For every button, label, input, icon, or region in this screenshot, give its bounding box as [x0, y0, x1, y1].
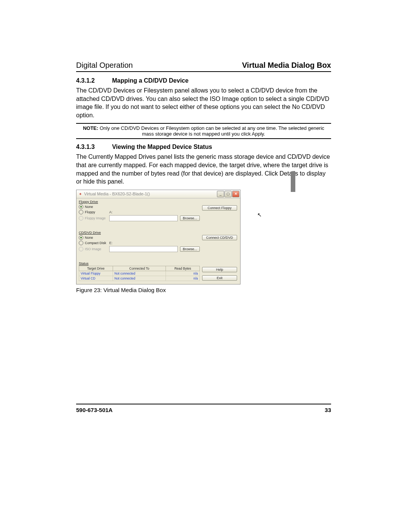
- table-row: Virtual Floppy Not connected n/a: [79, 271, 200, 276]
- floppy-drive-letter: A:: [109, 210, 113, 214]
- status-header-connected: Connected To: [113, 266, 166, 271]
- radio-floppy-image-label: Floppy Image: [85, 216, 108, 220]
- section-number-2: 4.3.1.3: [76, 144, 110, 150]
- iso-image-path-input[interactable]: [109, 246, 178, 252]
- radio-compact-disk[interactable]: [79, 241, 83, 245]
- status-table: Target Drive Connected To Read Bytes Vir…: [79, 266, 200, 281]
- status-header-target: Target Drive: [79, 266, 113, 271]
- section-body-1: The CD/DVD Devices or Filesystem panel a…: [76, 86, 331, 119]
- status-connected-0: Not connected: [113, 271, 166, 276]
- iso-browse-button[interactable]: Browse...: [180, 246, 200, 252]
- note-prefix: NOTE:: [83, 125, 98, 131]
- floppy-image-path-input[interactable]: [109, 215, 178, 221]
- radio-floppy-image[interactable]: [79, 216, 83, 220]
- radio-compact-disk-label: Compact Disk: [85, 241, 108, 245]
- figure-caption: Figure 23: Virtual Media Dialog Box: [76, 287, 331, 293]
- close-button[interactable]: ✕: [232, 191, 239, 197]
- table-row: Virtual CD Not connected n/a: [79, 276, 200, 281]
- page-header: Digital Operation Virtual Media Dialog B…: [76, 61, 331, 72]
- cursor-icon: ↖: [257, 212, 262, 218]
- footer-pagenum: 33: [325, 407, 331, 413]
- radio-cddvd-none-label: None: [85, 236, 108, 240]
- dialog-titlebar[interactable]: ✦ Virtual Media - BX620-S2-Blade-1() _ ▢…: [76, 190, 240, 198]
- header-left: Digital Operation: [76, 61, 133, 70]
- virtual-media-dialog: ✦ Virtual Media - BX620-S2-Blade-1() _ ▢…: [76, 190, 241, 284]
- floppy-panel: None Floppy A: Floppy Image Browse...: [79, 204, 200, 222]
- radio-floppy-none-label: None: [85, 205, 108, 209]
- section-heading-2: 4.3.1.3 Viewing the Mapped Device Status: [76, 144, 331, 150]
- status-target-1: Virtual CD: [79, 276, 113, 281]
- note-text: Only one CD/DVD Devices or Filesystem op…: [98, 125, 324, 137]
- cd-drive-letter: E:: [109, 241, 113, 245]
- radio-floppy-none[interactable]: [79, 204, 83, 209]
- section-title-1: Mapping a CD/DVD Device: [112, 77, 188, 84]
- status-read-1: n/a: [166, 276, 200, 281]
- status-connected-1: Not connected: [113, 276, 166, 281]
- floppy-browse-button[interactable]: Browse...: [180, 216, 200, 221]
- page-footer: 590-673-501A 33: [76, 404, 331, 413]
- cddvd-panel: None Compact Disk E: ISO Image Browse...: [79, 235, 200, 252]
- maximize-button[interactable]: ▢: [225, 191, 232, 197]
- exit-button[interactable]: Exit: [202, 275, 237, 281]
- radio-iso-image[interactable]: [79, 247, 83, 251]
- radio-floppy-drive[interactable]: [79, 210, 83, 214]
- cddvd-panel-label: CD/DVD Drive: [79, 231, 200, 235]
- header-right: Virtual Media Dialog Box: [242, 61, 331, 70]
- section-title-2: Viewing the Mapped Device Status: [112, 144, 212, 150]
- dialog-figure: ↖ ✦ Virtual Media - BX620-S2-Blade-1() _…: [76, 190, 331, 293]
- status-target-0: Virtual Floppy: [79, 271, 113, 276]
- radio-iso-image-label: ISO Image: [85, 247, 108, 251]
- note-box: NOTE: Only one CD/DVD Devices or Filesys…: [76, 123, 331, 139]
- help-button[interactable]: Help: [202, 267, 237, 272]
- status-panel: Status Target Drive Connected To Read By…: [79, 262, 200, 281]
- connect-floppy-button[interactable]: Connect Floppy: [202, 205, 237, 211]
- radio-floppy-drive-label: Floppy: [85, 210, 108, 214]
- section-heading-1: 4.3.1.2 Mapping a CD/DVD Device: [76, 77, 331, 84]
- connect-cddvd-button[interactable]: Connect CD/DVD: [202, 235, 237, 240]
- dialog-title: Virtual Media - BX620-S2-Blade-1(): [84, 192, 217, 196]
- footer-docnum: 590-673-501A: [76, 407, 113, 413]
- radio-cddvd-none[interactable]: [79, 235, 83, 240]
- page-tab-marker: [291, 171, 295, 192]
- section-number-1: 4.3.1.2: [76, 77, 110, 84]
- floppy-panel-label: Floppy Drive: [79, 200, 200, 204]
- app-icon: ✦: [78, 192, 83, 196]
- status-read-0: n/a: [166, 271, 200, 276]
- status-header-read: Read Bytes: [166, 266, 200, 271]
- minimize-button[interactable]: _: [217, 191, 224, 197]
- status-panel-label: Status: [79, 262, 200, 265]
